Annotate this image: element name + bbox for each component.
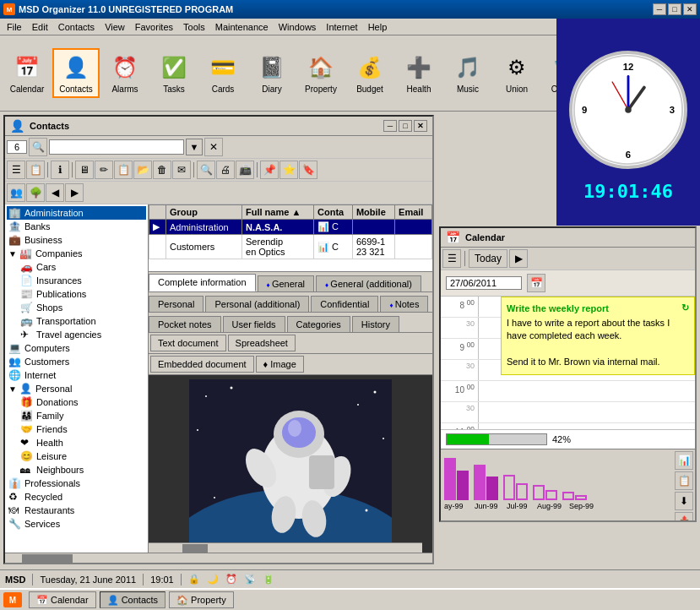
- menu-windows[interactable]: Windows: [274, 20, 322, 34]
- menu-internet[interactable]: Internet: [321, 20, 362, 34]
- menu-edit[interactable]: Edit: [27, 20, 53, 34]
- edit-btn[interactable]: ✏: [95, 161, 113, 179]
- tab-personal[interactable]: Personal: [149, 296, 203, 312]
- tree-item-donations[interactable]: 🎁 Donations: [19, 395, 146, 409]
- toolbar-calendar[interactable]: 📅 Calendar: [3, 49, 51, 97]
- search2-btn[interactable]: 🔍: [197, 161, 215, 179]
- tree-item-family[interactable]: 👨‍👩‍👧 Family: [19, 409, 146, 422]
- tree-item-recycled[interactable]: ♻ Recycled: [7, 490, 146, 504]
- taskbar-tab-calendar[interactable]: 📅 Calendar: [29, 591, 96, 608]
- tab-notes[interactable]: Notes: [380, 296, 428, 312]
- tab-general[interactable]: General: [258, 275, 314, 291]
- chart-btn-2[interactable]: 📋: [675, 471, 693, 490]
- tab-categories[interactable]: Categories: [287, 316, 350, 332]
- tree-item-restaurants[interactable]: 🍽 Restaurants: [7, 504, 146, 517]
- toolbar-budget[interactable]: 💰 Budget: [346, 49, 393, 97]
- toolbar-alarms[interactable]: ⏰ Alarms: [101, 49, 149, 97]
- toolbar-contacts[interactable]: 👤 Contacts: [52, 48, 100, 98]
- tree-item-neighbours[interactable]: 🏘 Neighbours: [19, 463, 146, 477]
- tree-item-travel[interactable]: ✈ Travel agencies: [19, 328, 146, 341]
- chart-btn-1[interactable]: 📊: [675, 451, 693, 470]
- minimize-button[interactable]: ─: [653, 3, 666, 15]
- contacts-h-scrollbar[interactable]: [5, 553, 432, 563]
- tab-user-fields[interactable]: User fields: [223, 316, 285, 332]
- extra1-btn[interactable]: 📌: [260, 161, 279, 179]
- sticky-refresh-icon[interactable]: ↻: [681, 302, 689, 313]
- fax-btn[interactable]: 📠: [236, 161, 254, 179]
- menu-favorites[interactable]: Favorites: [130, 20, 178, 34]
- menu-file[interactable]: File: [2, 20, 27, 34]
- tree-item-administration[interactable]: 🏢 Administration: [7, 206, 146, 220]
- cal-view-btn[interactable]: ☰: [442, 249, 461, 268]
- nav-back-btn[interactable]: ◀: [46, 183, 64, 202]
- contacts-scroll-thumb[interactable]: [22, 554, 73, 563]
- h-scrollbar[interactable]: [149, 542, 422, 553]
- taskbar-tab-property[interactable]: 🏠 Property: [169, 591, 234, 608]
- clear-search-btn[interactable]: ✕: [204, 138, 223, 156]
- menu-contacts[interactable]: Contacts: [53, 20, 100, 34]
- screen-btn[interactable]: 🖥: [75, 161, 94, 179]
- panel-minimize[interactable]: ─: [383, 120, 397, 132]
- toolbar-music[interactable]: 🎵 Music: [444, 49, 491, 97]
- toolbar-property[interactable]: 🏠 Property: [297, 49, 345, 97]
- toolbar-union[interactable]: ⚙ Union: [493, 49, 540, 97]
- menu-maintenance[interactable]: Maintenance: [210, 20, 274, 34]
- tab-general-additional[interactable]: General (additional): [316, 275, 421, 291]
- calendar-date-input[interactable]: [446, 276, 522, 290]
- tree-item-customers[interactable]: 👥 Customers: [7, 355, 146, 368]
- btn-spreadsheet[interactable]: Spreadsheet: [228, 335, 296, 351]
- tab-confidential[interactable]: Confidential: [311, 296, 378, 312]
- nav-fwd-btn[interactable]: ▶: [65, 183, 84, 202]
- panel-close[interactable]: ✕: [414, 120, 427, 132]
- cal-next-btn[interactable]: ▶: [509, 249, 528, 268]
- tree-item-cars[interactable]: 🚗 Cars: [19, 260, 146, 274]
- btn-image[interactable]: ♦ Image: [256, 356, 304, 373]
- tree-item-insurances[interactable]: 📄 Insurances: [19, 274, 146, 287]
- taskbar-tab-contacts[interactable]: 👤 Contacts: [100, 591, 166, 608]
- tree-item-friends[interactable]: 🤝 Friends: [19, 422, 146, 436]
- toolbar-health[interactable]: ➕ Health: [395, 49, 442, 97]
- copy-btn[interactable]: 📋: [114, 161, 133, 179]
- tab-personal-additional[interactable]: Personal (additional): [205, 296, 309, 312]
- menu-view[interactable]: View: [100, 20, 130, 34]
- tab-history[interactable]: History: [352, 316, 399, 332]
- table-row[interactable]: ▶ Administration N.A.S.A. 📊 C: [149, 220, 432, 235]
- tree-item-professionals[interactable]: 👔 Professionals: [7, 477, 146, 490]
- group-btn[interactable]: 👥: [7, 183, 25, 202]
- cal-today-btn[interactable]: Today: [469, 249, 507, 268]
- tree-item-services[interactable]: 🔧 Services: [7, 517, 146, 531]
- info-btn[interactable]: ℹ: [51, 161, 69, 179]
- tree-item-personal[interactable]: ▼ 👤 Personal: [7, 382, 146, 395]
- tree-item-health[interactable]: ❤ Health: [19, 436, 146, 449]
- btn-embedded-doc[interactable]: Embedded document: [150, 356, 254, 373]
- toolbar-diary[interactable]: 📓 Diary: [248, 49, 296, 97]
- close-button[interactable]: ✕: [683, 3, 697, 15]
- maximize-button[interactable]: □: [668, 3, 681, 15]
- chart-btn-4[interactable]: 📤: [675, 512, 693, 520]
- delete-btn[interactable]: 🗑: [153, 161, 171, 179]
- search-btn[interactable]: 🔍: [29, 138, 47, 156]
- toolbar-cards[interactable]: 💳 Cards: [199, 49, 247, 97]
- view-detail-btn[interactable]: 📋: [26, 161, 45, 179]
- table-row[interactable]: Customers Serendipen Optics 📊 C 6699-123…: [149, 235, 432, 259]
- tree-item-computers[interactable]: 💻 Computers: [7, 341, 146, 355]
- h-scroll-thumb[interactable]: [182, 544, 208, 553]
- menu-tools[interactable]: Tools: [178, 20, 210, 34]
- tree-item-leisure[interactable]: 😊 Leisure: [19, 449, 146, 463]
- toolbar-tasks[interactable]: ✅ Tasks: [150, 49, 198, 97]
- cal-calendar-btn[interactable]: 📅: [527, 274, 545, 292]
- tree-item-business[interactable]: 💼 Business: [7, 233, 146, 247]
- tree-item-shops[interactable]: 🛒 Shops: [19, 301, 146, 314]
- panel-restore[interactable]: □: [399, 120, 412, 132]
- tree-item-banks[interactable]: 🏦 Banks: [7, 220, 146, 233]
- tree-item-publications[interactable]: 📰 Publications: [19, 287, 146, 301]
- tree-item-companies[interactable]: ▼ 🏭 Companies: [7, 247, 146, 260]
- chart-btn-3[interactable]: ⬇: [675, 492, 693, 510]
- extra2-btn[interactable]: ⭐: [279, 161, 298, 179]
- extra3-btn[interactable]: 🔖: [299, 161, 317, 179]
- print-btn[interactable]: 🖨: [216, 161, 235, 179]
- tab-complete-info[interactable]: Complete information: [149, 274, 256, 291]
- search-input[interactable]: [49, 139, 184, 155]
- move-btn[interactable]: 📂: [133, 161, 152, 179]
- tab-pocket-notes[interactable]: Pocket notes: [149, 316, 221, 332]
